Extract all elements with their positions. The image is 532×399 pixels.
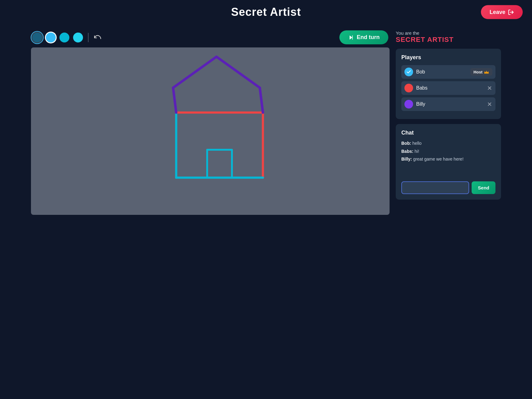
undo-button[interactable] (94, 33, 102, 42)
left-panel: End turn (31, 30, 390, 215)
crown-icon (484, 69, 489, 75)
right-panel: You are the SECRET ARTIST Players Bob Ho… (396, 30, 501, 205)
player-name-babs: Babs (416, 85, 484, 91)
host-label: Host (473, 70, 482, 74)
chat-msg-3: Billy: great game we have here! (401, 156, 495, 162)
remove-babs-button[interactable] (487, 85, 492, 91)
chat-msg-2: Babs: hi! (401, 149, 495, 155)
chat-text-1: hello (412, 141, 422, 146)
leave-icon (508, 9, 514, 15)
player-avatar-billy (404, 100, 413, 109)
chat-msg-1: Bob: hello (401, 140, 495, 147)
color-dot-4[interactable] (73, 33, 83, 42)
main-content: End turn (0, 24, 532, 221)
skip-icon (348, 34, 354, 41)
host-badge: Host (470, 68, 492, 76)
role-info: You are the SECRET ARTIST (396, 30, 501, 44)
svg-rect-5 (207, 150, 232, 178)
color-dot-2[interactable] (46, 33, 56, 42)
header: Secret Artist Leave (0, 0, 532, 24)
toolbar-separator (88, 33, 89, 42)
player-avatar-bob (404, 68, 413, 76)
leave-button[interactable]: Leave (481, 5, 523, 19)
chat-sender-3: Billy: (401, 157, 412, 162)
end-turn-label: End turn (357, 34, 380, 41)
chat-text-3: great game we have here! (413, 157, 464, 162)
page-title: Secret Artist (231, 6, 301, 19)
player-avatar-babs (404, 84, 413, 92)
chat-messages: Bob: hello Babs: hi! Billy: great game w… (401, 140, 495, 178)
player-name-billy: Billy (416, 101, 484, 107)
send-button[interactable]: Send (472, 181, 495, 194)
close-icon-billy (487, 101, 492, 107)
chat-input[interactable] (401, 181, 469, 194)
player-name-bob: Bob (416, 69, 467, 75)
drawing-canvas[interactable] (31, 47, 390, 215)
player-row-babs: Babs (401, 81, 495, 95)
players-title: Players (401, 54, 495, 61)
svg-line-7 (260, 88, 263, 113)
chat-panel: Chat Bob: hello Babs: hi! Billy: great g… (396, 124, 501, 200)
undo-icon (94, 33, 102, 42)
player-row-bob: Bob Host (401, 65, 495, 79)
chat-sender-2: Babs: (401, 149, 413, 154)
chat-text-2: hi! (415, 149, 419, 154)
send-label: Send (478, 185, 489, 190)
chat-title: Chat (401, 130, 495, 136)
check-icon (406, 69, 411, 74)
svg-line-6 (173, 88, 176, 113)
toolbar: End turn (31, 30, 390, 44)
player-row-billy: Billy (401, 97, 495, 111)
players-panel: Players Bob Host (396, 49, 501, 119)
leave-label: Leave (490, 9, 505, 16)
color-dot-3[interactable] (59, 33, 69, 42)
color-dot-1[interactable] (32, 33, 42, 42)
chat-sender-1: Bob: (401, 141, 411, 146)
end-turn-button[interactable]: End turn (339, 30, 388, 44)
close-icon (487, 85, 492, 91)
role-label: You are the (396, 30, 501, 36)
chat-input-row: Send (401, 181, 495, 194)
role-value: SECRET ARTIST (396, 36, 501, 44)
drawing-svg (31, 47, 390, 215)
remove-billy-button[interactable] (487, 101, 492, 107)
